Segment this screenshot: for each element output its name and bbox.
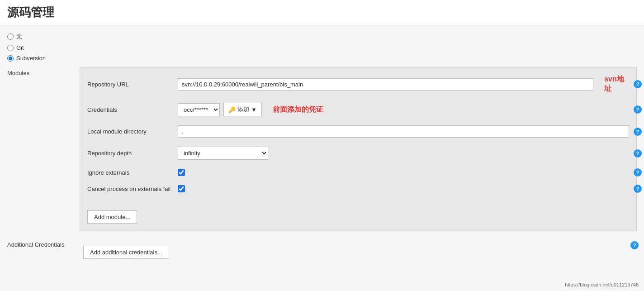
- radio-subversion-label: Subversion: [16, 55, 46, 62]
- ignore-externals-checkbox[interactable]: [178, 169, 185, 176]
- local-module-dir-field: [178, 125, 629, 138]
- chevron-down-icon: ▼: [251, 106, 257, 113]
- radio-git[interactable]: Git: [7, 44, 637, 51]
- add-module-container: Add module...: [87, 207, 629, 224]
- page-content: 无 Git Subversion Modules Repository URL …: [0, 25, 644, 291]
- add-credentials-label: 添加: [237, 105, 249, 114]
- radio-none[interactable]: 无: [7, 33, 637, 41]
- radio-none-label: 无: [16, 33, 22, 41]
- ignore-externals-field: [178, 169, 629, 176]
- repository-depth-select[interactable]: infinity empty files immediates: [178, 147, 268, 160]
- page-header: 源码管理: [0, 0, 644, 25]
- additional-credentials-label: Additional Credentials: [7, 239, 80, 248]
- key-icon: 🔑: [228, 106, 236, 113]
- cancel-process-label: Cancel process on externals fail: [87, 186, 178, 192]
- local-module-dir-input[interactable]: [178, 125, 629, 138]
- ignore-externals-label: Ignore externals: [87, 169, 178, 176]
- local-module-dir-label: Local module directory: [87, 128, 178, 135]
- modules-content: Repository URL svn地址 ? Credentials occ/*…: [80, 67, 637, 231]
- repository-url-input[interactable]: [178, 78, 593, 91]
- cancel-process-row: Cancel process on externals fail ?: [87, 185, 629, 192]
- cancel-process-help-icon[interactable]: ?: [634, 185, 642, 193]
- credentials-label: Credentials: [87, 106, 178, 113]
- add-credentials-button[interactable]: 🔑 添加 ▼: [223, 103, 262, 116]
- radio-git-label: Git: [16, 44, 24, 51]
- credentials-row: Credentials occ/****** 🔑 添加 ▼ 前面添加的凭证 ?: [87, 103, 629, 116]
- radio-subversion-input[interactable]: [7, 55, 14, 62]
- add-module-button[interactable]: Add module...: [87, 210, 137, 224]
- repository-url-field: svn地址: [178, 75, 629, 94]
- repository-depth-help-icon[interactable]: ?: [634, 149, 642, 157]
- credentials-help-icon[interactable]: ?: [634, 105, 642, 114]
- repository-url-label: Repository URL: [87, 81, 178, 88]
- credentials-annotation: 前面添加的凭证: [273, 105, 323, 114]
- footer-url: https://blog.csdn.net/u011219746: [565, 282, 639, 287]
- source-control-radio-group: 无 Git Subversion: [7, 33, 637, 62]
- cancel-process-checkbox[interactable]: [178, 185, 185, 192]
- repository-url-row: Repository URL svn地址 ?: [87, 75, 629, 94]
- modules-section: Modules Repository URL svn地址 ? Credentia…: [7, 67, 637, 231]
- repository-url-help-icon[interactable]: ?: [634, 80, 642, 88]
- ignore-externals-help-icon[interactable]: ?: [634, 168, 642, 177]
- add-additional-credentials-button[interactable]: Add additional credentials...: [83, 246, 169, 259]
- repository-depth-label: Repository depth: [87, 150, 178, 157]
- repository-depth-field: infinity empty files immediates: [178, 147, 629, 160]
- radio-none-input[interactable]: [7, 33, 14, 40]
- radio-subversion[interactable]: Subversion: [7, 55, 637, 62]
- modules-label: Modules: [7, 67, 80, 231]
- local-module-dir-help-icon[interactable]: ?: [634, 128, 642, 136]
- local-module-dir-row: Local module directory ?: [87, 125, 629, 138]
- page-title: 源码管理: [7, 5, 637, 20]
- repository-url-annotation: svn地址: [604, 75, 629, 94]
- additional-credentials-help-icon[interactable]: ?: [630, 241, 639, 249]
- cancel-process-field: [178, 185, 629, 192]
- additional-credentials-content: Add additional credentials...: [80, 239, 637, 262]
- repository-depth-row: Repository depth infinity empty files im…: [87, 147, 629, 160]
- additional-credentials-section: Additional Credentials Add additional cr…: [7, 239, 637, 262]
- credentials-field: occ/****** 🔑 添加 ▼ 前面添加的凭证: [178, 103, 629, 116]
- radio-git-input[interactable]: [7, 45, 14, 51]
- credentials-select[interactable]: occ/******: [178, 103, 220, 116]
- ignore-externals-row: Ignore externals ?: [87, 169, 629, 176]
